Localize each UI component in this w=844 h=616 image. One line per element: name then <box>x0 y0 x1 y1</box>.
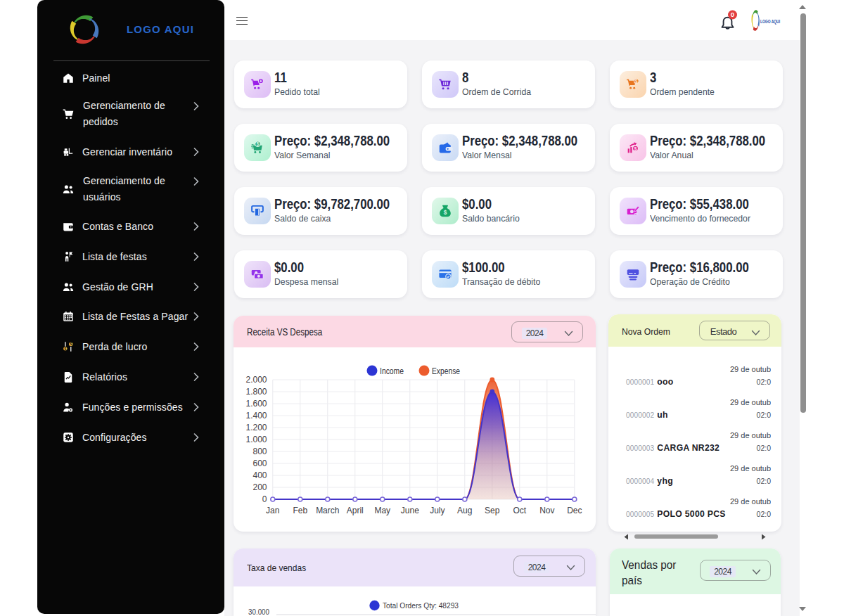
svg-text:Expense: Expense <box>432 366 460 376</box>
svg-text:1.200: 1.200 <box>245 423 267 432</box>
svg-text:Income: Income <box>380 366 404 376</box>
svg-text:$: $ <box>65 347 67 351</box>
svg-text:200: 200 <box>252 482 267 492</box>
svg-text:$: $ <box>634 146 637 152</box>
svg-text:800: 800 <box>252 447 267 456</box>
svg-text:$: $ <box>257 141 260 147</box>
svg-text:$: $ <box>444 210 447 216</box>
svg-text:$: $ <box>635 79 638 84</box>
svg-text:0: 0 <box>731 11 734 18</box>
svg-text:Feb: Feb <box>293 506 307 515</box>
svg-text:March: March <box>316 506 339 515</box>
svg-text:LOGO AQUI: LOGO AQUI <box>760 18 780 25</box>
svg-text:Aug: Aug <box>457 506 472 515</box>
svg-text:Oct: Oct <box>513 506 526 515</box>
svg-text:1.400: 1.400 <box>245 411 267 421</box>
svg-text:2.000: 2.000 <box>245 375 267 385</box>
svg-text:0: 0 <box>262 494 267 504</box>
svg-text:July: July <box>430 506 445 515</box>
svg-text:$: $ <box>70 342 72 346</box>
svg-text:1.800: 1.800 <box>245 387 267 397</box>
svg-text:Nov: Nov <box>539 506 554 515</box>
svg-text:April: April <box>347 506 364 515</box>
svg-text:600: 600 <box>252 458 267 468</box>
svg-text:Sep: Sep <box>485 506 500 515</box>
svg-text:30.000: 30.000 <box>248 608 269 616</box>
svg-text:1.000: 1.000 <box>245 435 267 444</box>
svg-text:June: June <box>401 506 419 515</box>
svg-text:1.600: 1.600 <box>245 399 267 409</box>
svg-text:May: May <box>374 506 390 515</box>
svg-text:Jan: Jan <box>266 506 279 515</box>
svg-text:400: 400 <box>252 470 267 480</box>
svg-text:Dec: Dec <box>567 506 582 515</box>
svg-text:Total Orders Qty: 48293: Total Orders Qty: 48293 <box>383 601 459 610</box>
